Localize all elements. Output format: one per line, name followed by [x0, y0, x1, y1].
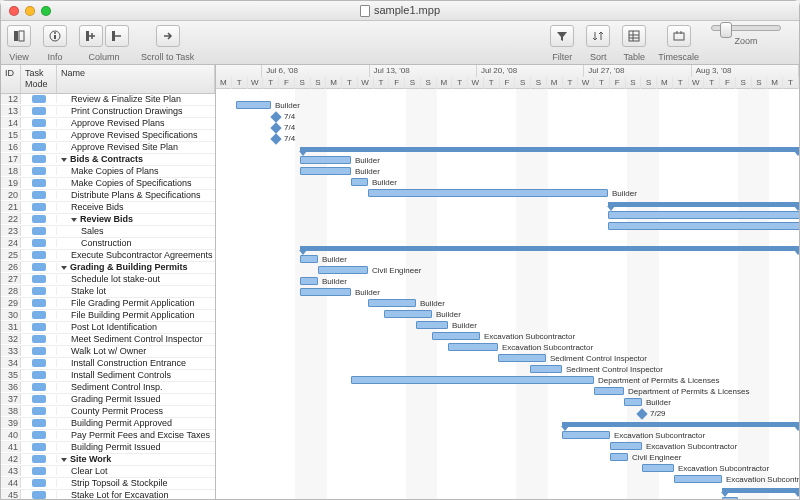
table-row[interactable]: 40Pay Permit Fees and Excise Taxes: [1, 430, 215, 442]
table-row[interactable]: 15Approve Revised Specifications: [1, 130, 215, 142]
table-row[interactable]: 20Distribute Plans & Specifications: [1, 190, 215, 202]
sort-button[interactable]: [586, 25, 610, 47]
filter-button[interactable]: [550, 25, 574, 47]
task-bar[interactable]: [368, 189, 608, 197]
table-row[interactable]: 33Walk Lot w/ Owner: [1, 346, 215, 358]
task-bar[interactable]: [236, 101, 271, 109]
table-row[interactable]: 19Make Copies of Specifications: [1, 178, 215, 190]
day-header: M: [216, 77, 232, 89]
table-row[interactable]: 29File Grading Permit Application: [1, 298, 215, 310]
table-row[interactable]: 16Approve Revised Site Plan: [1, 142, 215, 154]
view-button[interactable]: [7, 25, 31, 47]
task-bar[interactable]: [608, 222, 799, 230]
table-row[interactable]: 30File Building Permit Application: [1, 310, 215, 322]
task-bar[interactable]: [351, 178, 368, 186]
table-row[interactable]: 26Grading & Building Permits: [1, 262, 215, 274]
table-row[interactable]: 21Receive Bids: [1, 202, 215, 214]
table-row[interactable]: 44Strip Topsoil & Stockpile: [1, 478, 215, 490]
table-row[interactable]: 24Construction: [1, 238, 215, 250]
col-id-header[interactable]: ID: [1, 65, 21, 93]
disclosure-icon[interactable]: [61, 158, 67, 162]
day-header: S: [515, 77, 531, 89]
table-row[interactable]: 35Install Sediment Controls: [1, 370, 215, 382]
table-row[interactable]: 12Review & Finalize Site Plan: [1, 94, 215, 106]
table-row[interactable]: 32Meet Sediment Control Inspector: [1, 334, 215, 346]
task-bar[interactable]: [594, 387, 624, 395]
table-row[interactable]: 28Stake lot: [1, 286, 215, 298]
info-button[interactable]: [43, 25, 67, 47]
task-bar[interactable]: [351, 376, 594, 384]
summary-bar[interactable]: [300, 246, 799, 251]
task-bar[interactable]: [300, 288, 351, 296]
task-bar[interactable]: [416, 321, 448, 329]
task-bar[interactable]: [624, 398, 642, 406]
task-bar[interactable]: [610, 442, 642, 450]
task-bar[interactable]: [562, 431, 610, 439]
milestone[interactable]: [270, 133, 281, 144]
window-title-text: sample1.mpp: [374, 4, 440, 17]
table-row[interactable]: 13Print Construction Drawings: [1, 106, 215, 118]
milestone[interactable]: [270, 111, 281, 122]
task-bar[interactable]: [674, 475, 722, 483]
bar-label: Department of Permits & Licenses: [628, 387, 749, 397]
timescale-button[interactable]: [667, 25, 691, 47]
table-row[interactable]: 43Clear Lot: [1, 466, 215, 478]
table-row[interactable]: 25Execute Subcontractor Agreements: [1, 250, 215, 262]
table-row[interactable]: 45Stake Lot for Excavation: [1, 490, 215, 499]
table-row[interactable]: 39Building Permit Approved: [1, 418, 215, 430]
table-row[interactable]: 22Review Bids: [1, 214, 215, 226]
table-row[interactable]: 37Grading Permit Issued: [1, 394, 215, 406]
table-row[interactable]: 34Install Construction Entrance: [1, 358, 215, 370]
task-bar[interactable]: [642, 464, 674, 472]
task-bar[interactable]: [300, 277, 318, 285]
table-button[interactable]: [622, 25, 646, 47]
summary-bar[interactable]: [300, 147, 799, 152]
table-row[interactable]: 38County Permit Process: [1, 406, 215, 418]
table-row[interactable]: 18Make Copies of Plans: [1, 166, 215, 178]
table-row[interactable]: 27Schedule lot stake-out: [1, 274, 215, 286]
zoom-slider[interactable]: [711, 25, 781, 31]
column-add-button[interactable]: [79, 25, 103, 47]
milestone[interactable]: [270, 122, 281, 133]
day-header: S: [736, 77, 752, 89]
disclosure-icon[interactable]: [61, 458, 67, 462]
table-row[interactable]: 41Building Permit Issued: [1, 442, 215, 454]
task-bar[interactable]: [722, 497, 738, 499]
column-remove-button[interactable]: [105, 25, 129, 47]
task-bar[interactable]: [318, 266, 368, 274]
svg-point-4: [54, 32, 56, 34]
task-bar[interactable]: [608, 211, 799, 219]
disclosure-icon[interactable]: [71, 218, 77, 222]
table-row[interactable]: 23Sales: [1, 226, 215, 238]
task-bar[interactable]: [498, 354, 546, 362]
summary-bar[interactable]: [722, 488, 799, 493]
task-bar[interactable]: [610, 453, 628, 461]
sort-group: Sort: [586, 25, 610, 63]
summary-bar[interactable]: [608, 202, 799, 207]
scroll-label: Scroll to Task: [141, 52, 194, 63]
task-name: File Building Permit Application: [57, 310, 215, 321]
task-bar[interactable]: [368, 299, 416, 307]
task-bar[interactable]: [300, 156, 351, 164]
table-row[interactable]: 31Post Lot Identification: [1, 322, 215, 334]
task-bar[interactable]: [432, 332, 480, 340]
scroll-to-task-button[interactable]: [156, 25, 180, 47]
task-bar[interactable]: [300, 167, 351, 175]
window-title: sample1.mpp: [1, 4, 799, 17]
col-taskmode-header[interactable]: Task Mode: [21, 65, 57, 93]
row-id: 30: [1, 310, 21, 321]
table-row[interactable]: 14Approve Revised Plans: [1, 118, 215, 130]
table-row[interactable]: 36Sediment Control Insp.: [1, 382, 215, 394]
task-bar[interactable]: [300, 255, 318, 263]
table-row[interactable]: 42Site Work: [1, 454, 215, 466]
table-row[interactable]: 17Bids & Contracts: [1, 154, 215, 166]
task-bar[interactable]: [530, 365, 562, 373]
disclosure-icon[interactable]: [61, 266, 67, 270]
task-bar[interactable]: [448, 343, 498, 351]
task-mode-icon: [32, 347, 46, 355]
chart-area[interactable]: Builder7/47/47/4BuilderBuilderBuilderBui…: [216, 89, 799, 499]
col-name-header[interactable]: Name: [57, 65, 215, 93]
row-id: 38: [1, 406, 21, 417]
summary-bar[interactable]: [562, 422, 799, 427]
task-bar[interactable]: [384, 310, 432, 318]
